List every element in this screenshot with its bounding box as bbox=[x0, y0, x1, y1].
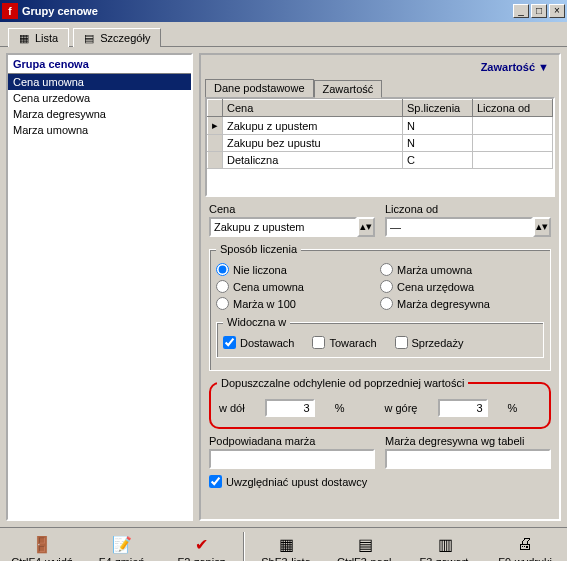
save-icon: ✔ bbox=[191, 534, 211, 554]
radio-marza-umowna[interactable]: Marża umowna bbox=[380, 261, 544, 278]
list-icon: ▦ bbox=[19, 32, 31, 44]
pct-label: % bbox=[335, 402, 345, 414]
cena-input[interactable] bbox=[209, 217, 357, 237]
table-row[interactable]: Detaliczna C bbox=[208, 152, 553, 169]
check-towarach[interactable]: Towarach bbox=[312, 336, 376, 349]
list-item[interactable]: Cena urzedowa bbox=[8, 90, 191, 106]
odchylenie-legend: Dopuszczalne odchylenie od poprzedniej w… bbox=[217, 377, 468, 389]
row-indicator-header bbox=[208, 100, 223, 117]
cell[interactable]: Zakupu bez upustu bbox=[223, 135, 403, 152]
wgore-label: w górę bbox=[384, 402, 417, 414]
main-tabs: ▦ Lista ▤ Szczegóły bbox=[0, 22, 567, 47]
radio-marza-degresywna[interactable]: Marża degresywna bbox=[380, 295, 544, 312]
btn-wyjdz[interactable]: 🚪CtrlF4-wyjdź bbox=[2, 532, 82, 561]
liczona-combo[interactable]: ▴▾ bbox=[385, 217, 551, 237]
group-list-panel: Grupa cenowa Cena umowna Cena urzedowa M… bbox=[6, 53, 193, 521]
cell[interactable] bbox=[473, 152, 553, 169]
titlebar: f Grupy cenowe _ □ × bbox=[0, 0, 567, 22]
content-icon: ▥ bbox=[435, 534, 455, 554]
liczona-label: Liczona od bbox=[385, 203, 551, 215]
detail-header: Zawartość ▼ bbox=[205, 59, 555, 75]
tab-dane-podstawowe[interactable]: Dane podstawowe bbox=[205, 79, 314, 97]
btn-zawart[interactable]: ▥F3-zawart. bbox=[406, 532, 486, 561]
row-indicator bbox=[208, 152, 223, 169]
cena-combo[interactable]: ▴▾ bbox=[209, 217, 375, 237]
cell[interactable]: N bbox=[403, 117, 473, 135]
sposob-legend: Sposób liczenia bbox=[216, 243, 301, 255]
detail-panel: Zawartość ▼ Dane podstawowe Zawartość Ce… bbox=[199, 53, 561, 521]
cell[interactable]: Zakupu z upustem bbox=[223, 117, 403, 135]
window-title: Grupy cenowe bbox=[22, 5, 513, 17]
cell[interactable]: Detaliczna bbox=[223, 152, 403, 169]
maximize-button[interactable]: □ bbox=[531, 4, 547, 18]
exit-icon: 🚪 bbox=[32, 534, 52, 554]
cell[interactable]: N bbox=[403, 135, 473, 152]
marza-deg-input[interactable] bbox=[385, 449, 551, 469]
close-button[interactable]: × bbox=[549, 4, 565, 18]
separator bbox=[243, 532, 244, 561]
col-header[interactable]: Cena bbox=[223, 100, 403, 117]
odchylenie-group: Dopuszczalne odchylenie od poprzedniej w… bbox=[209, 377, 551, 429]
price-grid[interactable]: Cena Sp.liczenia Liczona od ▸ Zakupu z u… bbox=[205, 97, 555, 197]
widoczna-group: Widoczna w Dostawach Towarach Sprzedaży bbox=[216, 316, 544, 358]
cell[interactable] bbox=[473, 135, 553, 152]
radio-cena-umowna[interactable]: Cena umowna bbox=[216, 278, 380, 295]
table-row[interactable]: Zakupu bez upustu N bbox=[208, 135, 553, 152]
btn-zmien[interactable]: 📝F4-zmień bbox=[82, 532, 162, 561]
spinner-up-icon[interactable]: ▴▾ bbox=[533, 217, 551, 237]
btn-lista[interactable]: ▦ShF3-lista bbox=[246, 532, 326, 561]
upust-label: Uwzględniać upust dostawcy bbox=[226, 476, 367, 488]
tab-label: Szczegóły bbox=[100, 32, 150, 44]
wdol-label: w dół bbox=[219, 402, 245, 414]
col-header[interactable]: Liczona od bbox=[473, 100, 553, 117]
spinner-up-icon[interactable]: ▴▾ bbox=[357, 217, 375, 237]
collapse-icon[interactable]: ▼ bbox=[538, 61, 549, 73]
row-indicator: ▸ bbox=[208, 117, 223, 135]
details-icon: ▤ bbox=[84, 32, 96, 44]
btn-zapisz[interactable]: ✔F2-zapisz bbox=[161, 532, 241, 561]
cena-label: Cena bbox=[209, 203, 375, 215]
list-item[interactable]: Cena umowna bbox=[8, 74, 191, 90]
check-dostawach[interactable]: Dostawach bbox=[223, 336, 294, 349]
liczona-input[interactable] bbox=[385, 217, 533, 237]
radio-nie-liczona[interactable]: Nie liczona bbox=[216, 261, 380, 278]
wgore-input[interactable] bbox=[438, 399, 488, 417]
pct-label: % bbox=[508, 402, 518, 414]
widoczna-legend: Widoczna w bbox=[223, 316, 290, 328]
minimize-button[interactable]: _ bbox=[513, 4, 529, 18]
group-list-header: Grupa cenowa bbox=[8, 55, 191, 74]
tab-szczegoly[interactable]: ▤ Szczegóły bbox=[73, 28, 161, 47]
app-icon: f bbox=[2, 3, 18, 19]
cell[interactable] bbox=[473, 117, 553, 135]
list-item[interactable]: Marza umowna bbox=[8, 122, 191, 138]
row-indicator bbox=[208, 135, 223, 152]
bottom-toolbar: 🚪CtrlF4-wyjdź 📝F4-zmień ✔F2-zapisz ▦ShF3… bbox=[0, 527, 567, 561]
table-row[interactable]: ▸ Zakupu z upustem N bbox=[208, 117, 553, 135]
edit-icon: 📝 bbox=[112, 534, 132, 554]
wdol-input[interactable] bbox=[265, 399, 315, 417]
header-icon: ▤ bbox=[356, 534, 376, 554]
check-upust[interactable]: Uwzględniać upust dostawcy bbox=[209, 475, 551, 488]
detail-header-text: Zawartość bbox=[481, 61, 535, 73]
list-icon: ▦ bbox=[276, 534, 296, 554]
marza-deg-label: Marża degresywna wg tabeli bbox=[385, 435, 551, 447]
marza-label: Podpowiadana marża bbox=[209, 435, 375, 447]
cell[interactable]: C bbox=[403, 152, 473, 169]
marza-input[interactable] bbox=[209, 449, 375, 469]
tab-lista[interactable]: ▦ Lista bbox=[8, 28, 69, 47]
tab-zawartosc[interactable]: Zawartość bbox=[314, 80, 383, 98]
sposob-liczenia-group: Sposób liczenia Nie liczona Marża umowna… bbox=[209, 243, 551, 371]
col-header[interactable]: Sp.liczenia bbox=[403, 100, 473, 117]
radio-marza-100[interactable]: Marża w 100 bbox=[216, 295, 380, 312]
btn-nagl[interactable]: ▤CtrlF3-nagł. bbox=[326, 532, 406, 561]
btn-wydruki[interactable]: 🖨F9-wydruki bbox=[485, 532, 565, 561]
check-sprzedazy[interactable]: Sprzedaży bbox=[395, 336, 464, 349]
print-icon: 🖨 bbox=[515, 534, 535, 554]
inner-tabs: Dane podstawowe Zawartość bbox=[205, 79, 555, 97]
list-item[interactable]: Marza degresywna bbox=[8, 106, 191, 122]
tab-label: Lista bbox=[35, 32, 58, 44]
radio-cena-urzedowa[interactable]: Cena urzędowa bbox=[380, 278, 544, 295]
